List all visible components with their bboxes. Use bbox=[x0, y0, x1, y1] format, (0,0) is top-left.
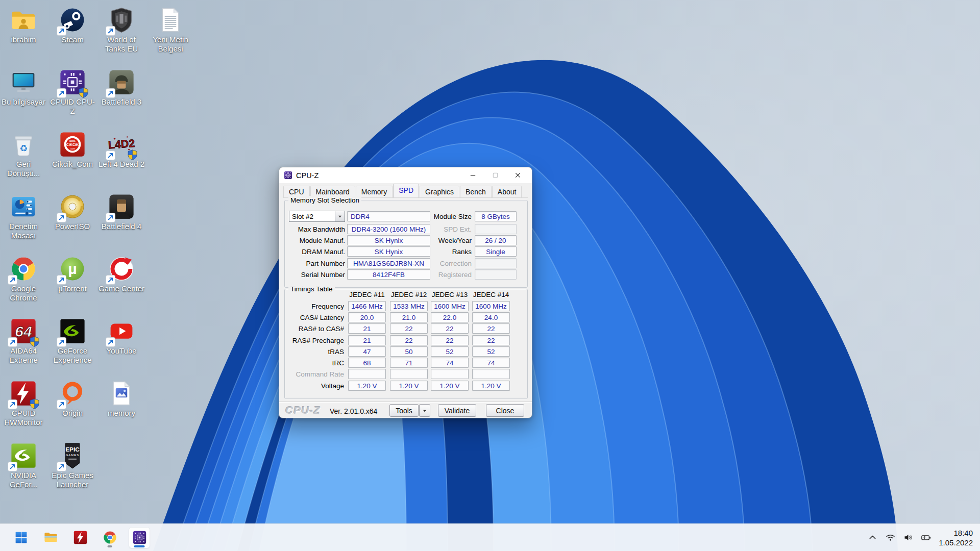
field-value: 22 bbox=[431, 335, 469, 345]
titlebar[interactable]: CPU-Z bbox=[279, 167, 532, 183]
l4d2-icon: L4D2 bbox=[108, 131, 135, 158]
desktop-icon-left-4-dead-2[interactable]: L4D2 Left 4 Dead 2 bbox=[97, 128, 146, 190]
user-folder-icon bbox=[10, 6, 37, 34]
battery-charging-icon[interactable] bbox=[919, 531, 933, 544]
tab-about[interactable]: About bbox=[492, 186, 522, 197]
battlefield4-icon bbox=[108, 193, 135, 220]
desktop-icon-nvidia-gefor[interactable]: NVIDIAGeFor... bbox=[0, 439, 48, 501]
desktop-icon-origin[interactable]: Origin bbox=[48, 377, 97, 439]
desktop-icon-steam[interactable]: Steam bbox=[48, 3, 97, 65]
field-label: Module Manuf. bbox=[287, 235, 345, 245]
origin-icon bbox=[59, 380, 86, 407]
tab-bench[interactable]: Bench bbox=[460, 186, 492, 197]
field-value: 22 bbox=[390, 335, 428, 345]
field-label: Ranks bbox=[410, 246, 472, 257]
taskbar-hwmonitor-button[interactable] bbox=[69, 527, 91, 548]
desktop-icon-geri-donusu[interactable]: ♻ GeriDönüşü... bbox=[0, 128, 48, 190]
desktop-icon-label: DenetimMasası bbox=[0, 222, 47, 240]
close-window-button[interactable] bbox=[506, 167, 529, 183]
shortcut-arrow-icon bbox=[106, 27, 115, 35]
desktop-icon-label: NVIDIAGeFor... bbox=[0, 471, 47, 489]
tab-spd[interactable]: SPD bbox=[393, 184, 419, 197]
aida64-icon: 64 bbox=[10, 317, 37, 345]
field-value: 22 bbox=[472, 323, 510, 334]
desktop-icon-battlefield-3[interactable]: Battlefield 3 bbox=[97, 65, 146, 128]
desktop-icon-poweriso[interactable]: PowerISO bbox=[48, 190, 97, 252]
desktop-icon-label: Bu bilgisayar bbox=[0, 97, 47, 107]
shortcut-arrow-icon bbox=[106, 213, 115, 222]
chevron-up-icon[interactable] bbox=[866, 531, 879, 544]
desktop-icon-cpuid-cpu-z[interactable]: CPUID CPU-Z bbox=[48, 65, 97, 128]
field-label: Part Number bbox=[287, 258, 345, 268]
tools-button[interactable]: Tools bbox=[389, 404, 419, 417]
desktop-icon-google-chrome[interactable]: GoogleChrome bbox=[0, 252, 48, 314]
desktop-icon-yeni-metin-belgesi[interactable]: Yeni MetinBelgesi bbox=[146, 3, 195, 65]
tab-graphics[interactable]: Graphics bbox=[420, 186, 459, 197]
desktop-icon-youtube[interactable]: YouTube bbox=[97, 314, 146, 377]
field-label: RAS# Precharge bbox=[285, 335, 344, 345]
field-value: 26 / 20 bbox=[475, 235, 517, 245]
field-value bbox=[475, 224, 517, 234]
desktop-icon-utorrent[interactable]: µ µTorrent bbox=[48, 252, 97, 314]
text-document-icon bbox=[157, 6, 184, 34]
field-label: RAS# to CAS# bbox=[285, 323, 344, 334]
timings-column-header: JEDEC #11 bbox=[348, 290, 386, 298]
desktop-icon-cpuid-hwmonitor[interactable]: CPUIDHWMonitor bbox=[0, 377, 48, 439]
volume-icon[interactable] bbox=[901, 531, 915, 544]
memory-slot-dropdown[interactable]: Slot #2 bbox=[289, 211, 345, 222]
shortcut-arrow-icon bbox=[57, 213, 66, 222]
shortcut-arrow-icon bbox=[57, 338, 66, 346]
field-value: 1.20 V bbox=[390, 381, 428, 391]
field-label: Command Rate bbox=[285, 369, 344, 379]
desktop-icon-memory[interactable]: memory bbox=[97, 377, 146, 439]
tools-dropdown-arrow-icon[interactable] bbox=[419, 404, 430, 417]
taskbar-file-explorer-button[interactable] bbox=[40, 527, 61, 548]
desktop-icon-bu-bilgisayar[interactable]: Bu bilgisayar bbox=[0, 65, 48, 128]
chevron-down-icon[interactable] bbox=[335, 211, 345, 221]
desktop-icon-label: Left 4 Dead 2 bbox=[97, 160, 145, 169]
close-button[interactable]: Close bbox=[486, 404, 524, 417]
timings-column-header: JEDEC #12 bbox=[390, 290, 428, 298]
taskbar-cpu-z-button[interactable] bbox=[129, 527, 150, 548]
desktop-icon-battlefield-4[interactable]: Battlefield 4 bbox=[97, 190, 146, 252]
poweriso-icon bbox=[59, 193, 86, 220]
desktop-icon-denetim-masasi[interactable]: DenetimMasası bbox=[0, 190, 48, 252]
desktop-icon-world-of-tanks-eu[interactable]: World ofTanks EU bbox=[97, 3, 146, 65]
field-value bbox=[472, 369, 510, 379]
desktop-icon-label: CPUID CPU-Z bbox=[48, 97, 96, 116]
desktop-icon-epic-games-launcher[interactable]: EPICGAMES Epic GamesLauncher bbox=[48, 439, 97, 501]
field-label: DRAM Manuf. bbox=[287, 246, 345, 257]
cpuz-logo: CPU-Z bbox=[285, 404, 321, 416]
geforce-icon bbox=[59, 317, 86, 345]
youtube-icon bbox=[108, 317, 135, 345]
field-label: Frequency bbox=[285, 301, 344, 311]
minimize-button[interactable] bbox=[461, 167, 484, 183]
field-value: Single bbox=[475, 246, 517, 257]
svg-text:www.: www. bbox=[69, 140, 76, 142]
maximize-button[interactable] bbox=[484, 167, 506, 183]
taskbar-chrome-button[interactable] bbox=[99, 527, 120, 548]
field-value: 22 bbox=[431, 323, 469, 334]
utorrent-icon: µ bbox=[59, 255, 86, 283]
computer-icon bbox=[10, 68, 37, 96]
desktop-icon-label: Yeni MetinBelgesi bbox=[146, 35, 194, 54]
taskbar-items bbox=[10, 527, 150, 548]
shortcut-arrow-icon bbox=[8, 276, 17, 284]
taskbar-start-button[interactable] bbox=[10, 527, 32, 548]
validate-button[interactable]: Validate bbox=[438, 404, 476, 417]
memory-slot-selection-group: Memory Slot Selection Slot #2 DDR4 Max B… bbox=[284, 200, 528, 288]
desktop-icon-label: CPUIDHWMonitor bbox=[0, 409, 47, 427]
desktop-icon-cikcik-com[interactable]: www.CiKCiK.com Cikcik_Com bbox=[48, 128, 97, 190]
field-value: 21.0 bbox=[390, 312, 428, 322]
desktop-icon-label: Game Center bbox=[97, 284, 145, 293]
desktop-icon-game-center[interactable]: Game Center bbox=[97, 252, 146, 314]
steam-icon bbox=[59, 6, 86, 34]
wifi-icon[interactable] bbox=[884, 531, 897, 544]
desktop-icon-aida64-extreme[interactable]: 64 AIDA64Extreme bbox=[0, 314, 48, 377]
desktop-icon-ibrahim[interactable]: ibrahim bbox=[0, 3, 48, 65]
recycle-bin-icon: ♻ bbox=[10, 131, 37, 158]
desktop-icon-geforce-experience[interactable]: GeForceExperience bbox=[48, 314, 97, 377]
version-text: Ver. 2.01.0.x64 bbox=[330, 407, 377, 415]
field-value: 1466 MHz bbox=[348, 301, 386, 311]
taskbar-clock[interactable]: 18:40 1.05.2022 bbox=[939, 528, 973, 547]
